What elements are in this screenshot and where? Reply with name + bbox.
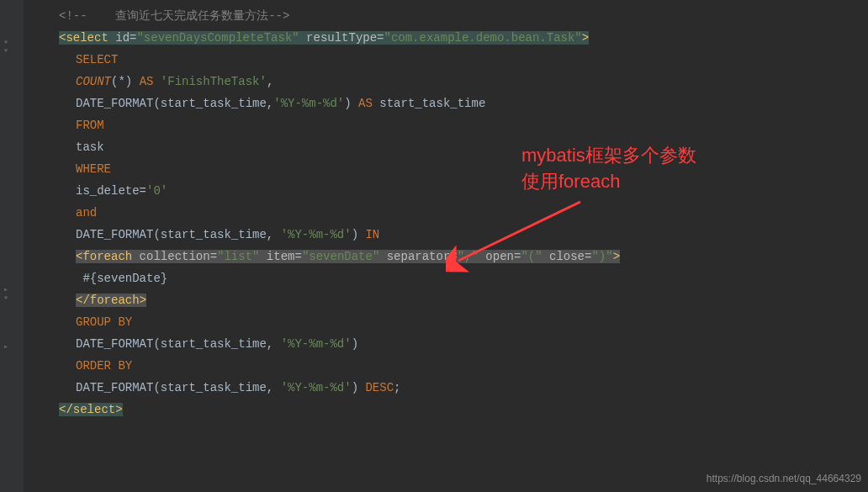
code-line: DATE_FORMAT(start_task_time, '%Y-%m-%d') xyxy=(25,333,868,355)
annotation-line: 使用foreach xyxy=(521,169,696,195)
code-line: </select> xyxy=(25,399,868,421)
code-line: FROM xyxy=(25,114,868,136)
code-line: <!-- 查询近七天完成任务数量方法--> xyxy=(25,5,868,27)
fold-icon[interactable]: ▾ xyxy=(3,291,15,303)
code-editor[interactable]: <!-- 查询近七天完成任务数量方法--> <select id="sevenD… xyxy=(25,0,868,426)
fold-icon[interactable]: ▾ xyxy=(3,44,15,56)
fold-icon[interactable]: ▸ xyxy=(3,340,15,352)
code-line: DATE_FORMAT(start_task_time, '%Y-%m-%d')… xyxy=(25,377,868,399)
code-line: <foreach collection="list" item="sevenDa… xyxy=(25,246,868,267)
code-line: DATE_FORMAT(start_task_time, '%Y-%m-%d')… xyxy=(25,224,868,246)
comment-open: <!-- xyxy=(59,9,87,23)
editor-gutter: ▾ ▾ ▸ ▾ ▸ xyxy=(0,0,24,492)
comment-close: --> xyxy=(268,9,289,23)
annotation-line: mybatis框架多个参数 xyxy=(521,143,696,169)
code-line: DATE_FORMAT(start_task_time,'%Y-%m-%d') … xyxy=(25,93,868,114)
watermark: https://blog.csdn.net/qq_44664329 xyxy=(707,470,861,489)
code-line: and xyxy=(25,202,868,224)
code-line: is_delete='0' xyxy=(25,180,868,202)
code-line: WHERE xyxy=(25,158,868,180)
code-line: GROUP BY xyxy=(25,311,868,333)
code-line: SELECT xyxy=(25,49,868,71)
annotation-text: mybatis框架多个参数 使用foreach xyxy=(521,143,696,195)
comment-text: 查询近七天完成任务数量方法 xyxy=(87,9,269,23)
code-line: <select id="sevenDaysCompleteTask" resul… xyxy=(25,27,868,49)
code-line: </foreach> xyxy=(25,289,868,311)
code-line: COUNT(*) AS 'FinishTheTask', xyxy=(25,71,868,93)
code-line: #{sevenDate} xyxy=(25,267,868,289)
code-line: ORDER BY xyxy=(25,355,868,377)
code-line: task xyxy=(25,136,868,158)
